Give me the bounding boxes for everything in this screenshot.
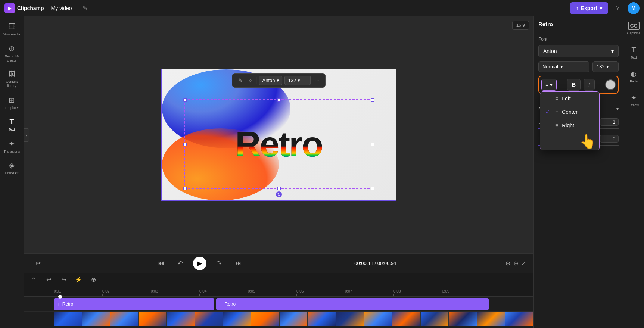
- film-frame-7: [223, 312, 252, 326]
- skip-forward-button[interactable]: ⏭: [232, 257, 245, 270]
- current-time: 00:00.11: [354, 260, 373, 266]
- skip-back-button[interactable]: ⏮: [154, 257, 168, 270]
- resize-handle-tm[interactable]: [277, 98, 281, 102]
- video-title[interactable]: My video: [48, 3, 75, 13]
- trim-icon[interactable]: ✂: [31, 257, 45, 270]
- font-style-dropdown[interactable]: Normal ▾: [538, 61, 589, 72]
- align-center-icon: ≡: [555, 109, 558, 115]
- text-panel-button[interactable]: T Text: [628, 43, 639, 62]
- line-height-value[interactable]: 1: [600, 118, 619, 126]
- canvas-wrapper: 16:9 ‹: [24, 16, 533, 253]
- help-icon[interactable]: ?: [612, 2, 624, 14]
- resize-handle-tr[interactable]: [371, 98, 374, 102]
- advanced-chevron-icon: ▾: [616, 106, 619, 112]
- sidebar-item-transitions[interactable]: ✦ Transitions: [1, 136, 22, 157]
- right-panel-header: Retro: [534, 16, 623, 32]
- font-size-dropdown-float[interactable]: 132 ▾: [285, 76, 311, 85]
- export-button[interactable]: ↑ Export ▾: [570, 2, 608, 14]
- sidebar-item-content-library[interactable]: 🖼 Content library: [1, 67, 22, 91]
- resize-handle-mr[interactable]: [371, 143, 374, 146]
- logo: ▶ Clipchamp: [4, 3, 44, 13]
- font-size-value: 132: [597, 64, 605, 69]
- sidebar-item-label-templates: Templates: [4, 106, 19, 110]
- sidebar-item-record-create[interactable]: ⊕ Record & create: [1, 41, 22, 66]
- ruler-tick-6: [345, 294, 345, 296]
- align-option-right[interactable]: ≡ Right: [540, 119, 599, 132]
- sidebar-item-your-media[interactable]: 🎞 Your media: [1, 19, 22, 40]
- font-size-chevron-icon: ▾: [606, 64, 609, 69]
- sidebar-item-label-text: Text: [9, 128, 15, 132]
- playhead[interactable]: [60, 297, 60, 328]
- left-sidebar: 🎞 Your media ⊕ Record & create 🖼 Content…: [0, 16, 24, 328]
- effects-button[interactable]: ✦ Effects: [626, 91, 641, 109]
- canvas-area: 16:9 ‹: [24, 16, 533, 328]
- resize-handle-bl[interactable]: [183, 187, 187, 190]
- video-track: [24, 312, 533, 328]
- ruler-label-1: 0:02: [102, 289, 109, 293]
- align-left-icon: ≡: [555, 96, 558, 101]
- add-media-button[interactable]: ⊕: [88, 275, 99, 285]
- undo-button[interactable]: ↩: [43, 275, 54, 285]
- split-button[interactable]: ⚡: [73, 275, 84, 285]
- resize-handle-br[interactable]: [371, 187, 374, 190]
- redo-button[interactable]: ↪: [58, 275, 69, 285]
- font-name-label: Anton: [262, 78, 275, 83]
- video-canvas[interactable]: ↻ Retro Retro ✎ ○: [161, 69, 396, 201]
- film-frame-9: [280, 312, 308, 326]
- letter-spacing-value[interactable]: 0: [600, 135, 619, 143]
- bold-button[interactable]: B: [567, 79, 581, 91]
- sidebar-item-brand-kit[interactable]: ◈ Brand kit: [1, 158, 22, 178]
- captions-button[interactable]: CC Captions: [625, 19, 643, 37]
- text-clip-2[interactable]: T Retro: [216, 298, 489, 310]
- font-family-panel-dropdown[interactable]: Anton ▾: [538, 45, 619, 57]
- forward-button[interactable]: ↷: [212, 257, 226, 270]
- video-background: ↻ Retro Retro: [162, 69, 396, 200]
- text-clip-1[interactable]: T Retro: [54, 298, 214, 310]
- cursor-hand-area: 👆: [540, 132, 599, 150]
- sidebar-item-label-brand-kit: Brand kit: [5, 171, 19, 175]
- resize-handle-tl[interactable]: [183, 98, 187, 102]
- align-option-center[interactable]: ✓ ≡ Center: [540, 105, 599, 119]
- ruler-mark-2: 0:03: [151, 289, 199, 296]
- toolbar-separator-1: [256, 77, 257, 84]
- avatar[interactable]: M: [628, 2, 640, 14]
- pencil-icon[interactable]: ✎: [236, 76, 245, 85]
- sidebar-item-text[interactable]: T Text: [1, 115, 22, 135]
- resize-handle-bm[interactable]: [277, 187, 281, 190]
- ruler-tick-3: [199, 294, 200, 296]
- transitions-icon: ✦: [9, 139, 15, 148]
- rewind-button[interactable]: ↶: [174, 257, 187, 270]
- collapse-sidebar-button[interactable]: ‹: [24, 128, 29, 142]
- font-family-dropdown[interactable]: Anton ▾: [259, 76, 283, 85]
- film-frame-11: [336, 312, 364, 326]
- export-chevron-icon: ▾: [600, 5, 602, 11]
- zoom-out-button[interactable]: ⊖: [505, 260, 510, 267]
- text-toolbar-float: ✎ ○ Anton ▾ 132 ▾ ···: [232, 73, 326, 88]
- alignment-button[interactable]: ≡ ▾: [541, 79, 557, 91]
- record-create-icon: ⊕: [9, 44, 15, 53]
- playback-time: 00:00.11 / 00:06.94: [354, 260, 396, 266]
- collapse-timeline-button[interactable]: ⌃: [28, 275, 39, 285]
- fullscreen-button[interactable]: ⤢: [521, 260, 526, 267]
- more-options-icon[interactable]: ···: [313, 76, 322, 85]
- edit-icon[interactable]: ✎: [79, 2, 91, 14]
- ruler-label-5: 0:06: [296, 289, 304, 293]
- ruler-mark-8: 0:09: [442, 289, 491, 296]
- italic-button[interactable]: I: [584, 79, 595, 91]
- text-color-picker[interactable]: [605, 79, 616, 90]
- sidebar-item-label-record-create: Record & create: [3, 54, 21, 63]
- video-filmstrip[interactable]: [54, 312, 533, 326]
- resize-handle-ml[interactable]: [183, 143, 187, 146]
- fade-button[interactable]: ◐ Fade: [628, 68, 640, 85]
- zoom-in-button[interactable]: ⊕: [513, 260, 518, 267]
- app-name: Clipchamp: [17, 5, 44, 11]
- circle-icon[interactable]: ○: [247, 76, 254, 85]
- text-selection-box[interactable]: ↻ Retro Retro: [184, 99, 373, 189]
- sidebar-item-templates[interactable]: ⊞ Templates: [1, 93, 22, 113]
- film-frame-13: [392, 312, 421, 326]
- rotate-handle[interactable]: ↻: [276, 191, 282, 197]
- align-option-left[interactable]: ≡ Left: [540, 92, 599, 105]
- play-button[interactable]: ▶: [193, 257, 206, 270]
- font-size-input[interactable]: 132 ▾: [592, 61, 619, 72]
- alignment-dropdown: ≡ Left ✓ ≡ Center ≡ Right: [540, 91, 600, 150]
